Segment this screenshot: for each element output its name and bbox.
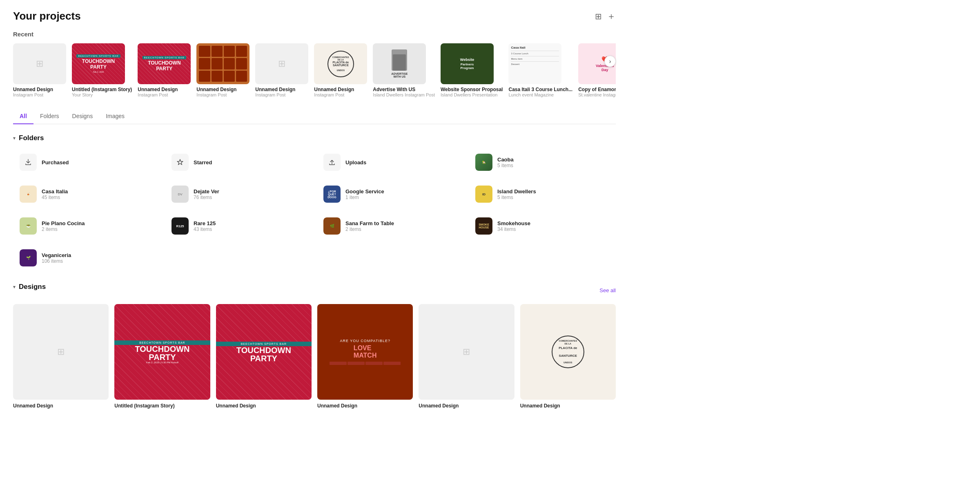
add-project-icon[interactable]: ＋	[607, 10, 616, 22]
design-thumb-6: COMERCIANTESDE LAPLACITA deSANTURCEUNIDO…	[520, 304, 616, 400]
recent-card-10[interactable]: ❤️ ValentinesDay Copy of Enamorados Post…	[578, 43, 616, 97]
recent-card-label-9: Casa Itali 3 Course Lunch...	[508, 87, 572, 92]
folder-dejatever-count: 76 items	[194, 195, 219, 200]
recent-card-label-3: Unnamed Design	[138, 87, 191, 92]
folder-smokehouse-info: Smokehouse 34 items	[497, 220, 530, 232]
design-label-3: Unnamed Design	[216, 403, 312, 409]
recent-card-label-4: Unnamed Design	[196, 87, 249, 92]
design-card-6[interactable]: COMERCIANTESDE LAPLACITA deSANTURCEUNIDO…	[520, 304, 616, 409]
folder-purchased[interactable]: Purchased	[13, 149, 160, 176]
recent-card-6[interactable]: COMERCIANTESDE LAPLACITA deSANTURCEUNIDO…	[314, 43, 367, 97]
folder-rare125[interactable]: R125 Rare 125 43 items	[165, 213, 312, 239]
design-label-6: Unnamed Design	[520, 403, 616, 409]
designs-header-left[interactable]: ▾ Designs	[13, 283, 46, 291]
design-thumb-1: ⊞	[13, 304, 109, 400]
design-label-2: Untitled (Instagram Story)	[114, 403, 210, 409]
designs-chevron: ▾	[13, 284, 16, 290]
design-card-5[interactable]: ⊞ Unnamed Design	[419, 304, 514, 409]
folder-starred-info: Starred	[194, 159, 212, 166]
recent-card-9[interactable]: Casa Itali 3 Course Lunch Menu item Dess…	[508, 43, 572, 97]
recent-thumb-1: ⊞	[13, 43, 66, 84]
folder-uploads[interactable]: Uploads	[317, 149, 464, 176]
page-header: Your projects ⊞ ＋	[13, 10, 616, 22]
folder-veganiceria[interactable]: 🌱 Veganiceria 106 items	[13, 244, 160, 271]
see-all-button[interactable]: See all	[599, 287, 616, 293]
folder-caoba-icon: 🏡	[475, 154, 492, 171]
folder-island[interactable]: ID Island Dwellers 5 items	[469, 181, 616, 208]
folder-google-icon: ¿POR QUÉ?DOOG	[323, 186, 341, 203]
design-card-4[interactable]: ARE YOU COMPATIBLE? LOVEMATCH Unnamed De…	[317, 304, 413, 409]
folder-veganiceria-name: Veganiceria	[42, 252, 71, 258]
recent-card-sub-4: Instagram Post	[196, 92, 249, 97]
recent-card-label-5: Unnamed Design	[255, 87, 308, 92]
designs-grid: ⊞ Unnamed Design BEECHTOWN SPORTS BAR TO…	[13, 304, 616, 409]
page-title: Your projects	[13, 10, 81, 22]
folder-smokehouse-icon: SMOKEHOUSE	[475, 217, 492, 235]
folder-casaitalia[interactable]: 🍝 Casa Italia 45 items	[13, 181, 160, 208]
recent-card-sub-3: Instagram Post	[138, 92, 191, 97]
folder-smokehouse[interactable]: SMOKEHOUSE Smokehouse 34 items	[469, 213, 616, 239]
recent-card-label-7: Advertise With US	[373, 87, 435, 92]
folder-pieplan[interactable]: 🥗 Pie Plano Cocina 2 items	[13, 213, 160, 239]
recent-card-1[interactable]: ⊞ Unnamed Design Instagram Post	[13, 43, 66, 97]
folder-dejatever[interactable]: DV Dejate Ver 76 items	[165, 181, 312, 208]
folder-starred-name: Starred	[194, 159, 212, 166]
folder-sana-info: Sana Farm to Table 2 items	[345, 220, 394, 232]
folder-pieplan-icon: 🥗	[20, 217, 37, 235]
recent-thumb-9: Casa Itali 3 Course Lunch Menu item Dess…	[508, 43, 561, 84]
recent-card-sub-9: Lunch event Magazine	[508, 92, 572, 97]
folder-sana-count: 2 items	[345, 226, 394, 232]
recent-card-2[interactable]: BEECHTOWN SPORTS BAR TOUCHDOWNPARTY Feb …	[72, 43, 132, 97]
folder-pieplan-name: Pie Plano Cocina	[42, 220, 85, 226]
folders-section-header[interactable]: ▾ Folders	[13, 134, 616, 142]
header-actions: ⊞ ＋	[595, 10, 616, 22]
design-placeholder-icon-5: ⊞	[463, 347, 470, 357]
recent-thumb-2: BEECHTOWN SPORTS BAR TOUCHDOWNPARTY Feb …	[72, 43, 125, 84]
folder-smokehouse-name: Smokehouse	[497, 220, 530, 226]
folder-veganiceria-count: 106 items	[42, 258, 71, 264]
design-thumb-2: BEECHTOWN SPORTS BAR TOUCHDOWNPARTY Feb …	[114, 304, 210, 400]
tab-folders[interactable]: Folders	[33, 109, 66, 124]
design-card-3[interactable]: BEECHTOWN SPORTS BAR TOUCHDOWNPARTY Unna…	[216, 304, 312, 409]
grid-placeholder-icon-5: ⊞	[278, 58, 285, 69]
folder-google[interactable]: ¿POR QUÉ?DOOG Google Service 1 item	[317, 181, 464, 208]
design-thumb-5: ⊞	[419, 304, 514, 400]
folder-dejatever-info: Dejate Ver 76 items	[194, 188, 219, 200]
folder-caoba-name: Caoba	[497, 157, 514, 163]
design-card-2[interactable]: BEECHTOWN SPORTS BAR TOUCHDOWNPARTY Feb …	[114, 304, 210, 409]
grid-view-icon[interactable]: ⊞	[595, 11, 602, 21]
recent-card-3[interactable]: BEECHTOWN SPORTS BAR TOUCHDOWNPARTY Unna…	[138, 43, 191, 97]
tab-images[interactable]: Images	[99, 109, 131, 124]
recent-thumb-3: BEECHTOWN SPORTS BAR TOUCHDOWNPARTY	[138, 43, 191, 84]
recent-card-5[interactable]: ⊞ Unnamed Design Instagram Post	[255, 43, 308, 97]
tab-all[interactable]: All	[13, 109, 33, 124]
recent-card-label-8: Website Sponsor Proposal	[441, 87, 503, 92]
recent-section: Recent ⊞ Unnamed Design Instagram Post	[13, 31, 616, 97]
recent-thumb-4	[196, 43, 249, 84]
folder-dejatever-name: Dejate Ver	[194, 188, 219, 195]
folder-smokehouse-count: 34 items	[497, 226, 530, 232]
tabs: All Folders Designs Images	[13, 109, 616, 124]
folder-veganiceria-info: Veganiceria 106 items	[42, 252, 71, 264]
folder-rare125-icon: R125	[172, 217, 189, 235]
folder-google-name: Google Service	[345, 188, 384, 195]
folder-pieplan-info: Pie Plano Cocina 2 items	[42, 220, 85, 232]
design-thumb-3: BEECHTOWN SPORTS BAR TOUCHDOWNPARTY	[216, 304, 312, 400]
recent-card-8[interactable]: Website Partners Program Website Sponsor…	[441, 43, 503, 97]
folder-sana[interactable]: 🌿 Sana Farm to Table 2 items	[317, 213, 464, 239]
recent-card-label-1: Unnamed Design	[13, 87, 66, 92]
folder-casaitalia-info: Casa Italia 45 items	[42, 188, 68, 200]
folder-starred[interactable]: Starred	[165, 149, 312, 176]
recent-card-4[interactable]: Unnamed Design Instagram Post	[196, 43, 249, 97]
folder-caoba[interactable]: 🏡 Caoba 5 items	[469, 149, 616, 176]
folder-google-info: Google Service 1 item	[345, 188, 384, 200]
folder-rare125-name: Rare 125	[194, 220, 216, 226]
recent-scroll-next[interactable]: ›	[604, 56, 616, 67]
recent-card-sub-2: Your Story	[72, 92, 132, 97]
folder-sana-icon: 🌿	[323, 217, 341, 235]
recent-card-7[interactable]: ADVERTISEWITH US Advertise With US Islan…	[373, 43, 435, 97]
design-card-1[interactable]: ⊞ Unnamed Design	[13, 304, 109, 409]
folder-uploads-icon	[323, 154, 341, 171]
tab-designs[interactable]: Designs	[66, 109, 100, 124]
folder-dejatever-icon: DV	[172, 186, 189, 203]
